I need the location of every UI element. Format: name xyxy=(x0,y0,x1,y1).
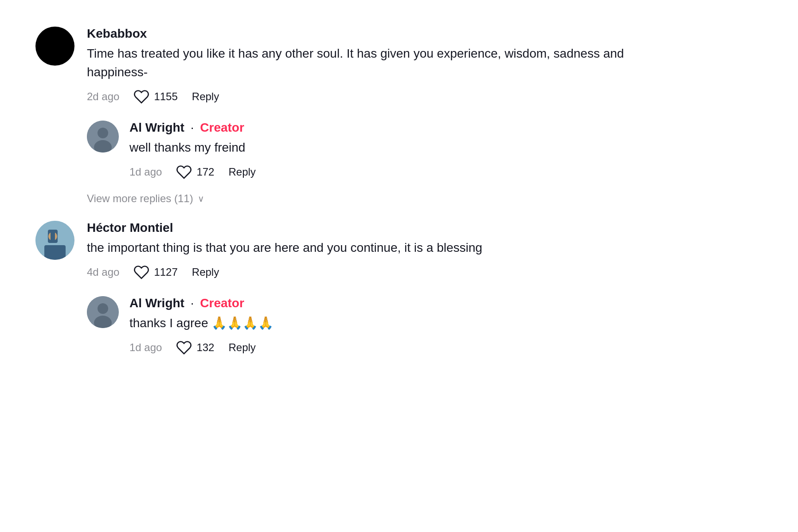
like-count-2: 1127 xyxy=(154,266,177,278)
replies-section: Al Wright · Creator well thanks my frein… xyxy=(87,121,656,205)
comment-username-2: Héctor Montiel xyxy=(87,221,656,235)
heart-icon-2[interactable] xyxy=(133,264,149,280)
comment-time: 2d ago xyxy=(87,90,119,103)
reply-meta: 1d ago 172 Reply xyxy=(129,164,656,180)
comment-content: Kebabbox Time has treated you like it ha… xyxy=(87,27,656,105)
chevron-down-icon: ∨ xyxy=(198,193,204,204)
reply-reply-button[interactable]: Reply xyxy=(228,166,255,178)
reply-block: Al Wright · Creator well thanks my frein… xyxy=(87,121,656,180)
reply-avatar-2 xyxy=(87,296,119,328)
reply-heart-icon-2[interactable] xyxy=(176,340,192,356)
dot-separator: · xyxy=(191,121,198,134)
like-section-2: 1127 xyxy=(133,264,177,280)
reply-username-text-2: Al Wright xyxy=(129,296,184,310)
svg-rect-6 xyxy=(44,245,66,260)
reply-content-2: Al Wright · Creator thanks I agree 🙏🙏🙏🙏 … xyxy=(129,296,656,356)
reply-text: well thanks my freind xyxy=(129,138,656,157)
svg-point-1 xyxy=(98,128,108,138)
reply-username-text: Al Wright xyxy=(129,121,184,134)
comment-meta: 2d ago 1155 Reply xyxy=(87,89,656,105)
comment-time-2: 4d ago xyxy=(87,266,119,278)
reply-like-section-2: 132 xyxy=(176,340,214,356)
view-more-text: View more replies (11) xyxy=(87,192,193,205)
reply-time-2: 1d ago xyxy=(129,341,162,354)
avatar-hector xyxy=(35,221,74,260)
dot-separator-2: · xyxy=(191,296,198,310)
comment-text-2: the important thing is that you are here… xyxy=(87,239,656,257)
comment-block: Kebabbox Time has treated you like it ha… xyxy=(35,27,656,105)
avatar xyxy=(35,27,74,66)
reply-time: 1d ago xyxy=(129,166,162,178)
reply-username-2: Al Wright · Creator xyxy=(129,296,656,310)
hector-avatar-illustration xyxy=(35,221,74,260)
reply-username: Al Wright · Creator xyxy=(129,121,656,135)
svg-point-9 xyxy=(98,303,108,314)
reply-like-count: 172 xyxy=(196,166,214,178)
reply-text-2: thanks I agree 🙏🙏🙏🙏 xyxy=(129,314,656,332)
username-text-2: Héctor Montiel xyxy=(87,221,173,235)
comment-username: Kebabbox xyxy=(87,27,656,41)
username-text: Kebabbox xyxy=(87,27,147,40)
view-more-replies-button[interactable]: View more replies (11) ∨ xyxy=(87,192,204,205)
comment-block-2: Héctor Montiel the important thing is th… xyxy=(35,221,656,280)
comment-text: Time has treated you like it has any oth… xyxy=(87,44,656,82)
creator-label: Creator xyxy=(200,121,244,134)
replies-section-2: Al Wright · Creator thanks I agree 🙏🙏🙏🙏 … xyxy=(87,296,656,356)
reply-like-section: 172 xyxy=(176,164,214,180)
reply-avatar xyxy=(87,121,119,153)
creator-label-2: Creator xyxy=(200,296,244,310)
reply-button[interactable]: Reply xyxy=(192,90,219,103)
reply-block-2: Al Wright · Creator thanks I agree 🙏🙏🙏🙏 … xyxy=(87,296,656,356)
reply-button-2[interactable]: Reply xyxy=(192,266,219,278)
reply-heart-icon[interactable] xyxy=(176,164,192,180)
reply-content: Al Wright · Creator well thanks my frein… xyxy=(129,121,656,180)
reply-meta-2: 1d ago 132 Reply xyxy=(129,340,656,356)
comments-container: Kebabbox Time has treated you like it ha… xyxy=(35,27,656,356)
like-section: 1155 xyxy=(133,89,177,105)
heart-icon[interactable] xyxy=(133,89,149,105)
reply-like-count-2: 132 xyxy=(196,341,214,354)
svg-rect-7 xyxy=(51,230,55,242)
comment-content-2: Héctor Montiel the important thing is th… xyxy=(87,221,656,280)
like-count: 1155 xyxy=(154,90,177,103)
reply-reply-button-2[interactable]: Reply xyxy=(228,341,255,354)
comment-meta-2: 4d ago 1127 Reply xyxy=(87,264,656,280)
avatar-illustration xyxy=(87,121,119,153)
alwright-avatar-2 xyxy=(87,296,119,328)
